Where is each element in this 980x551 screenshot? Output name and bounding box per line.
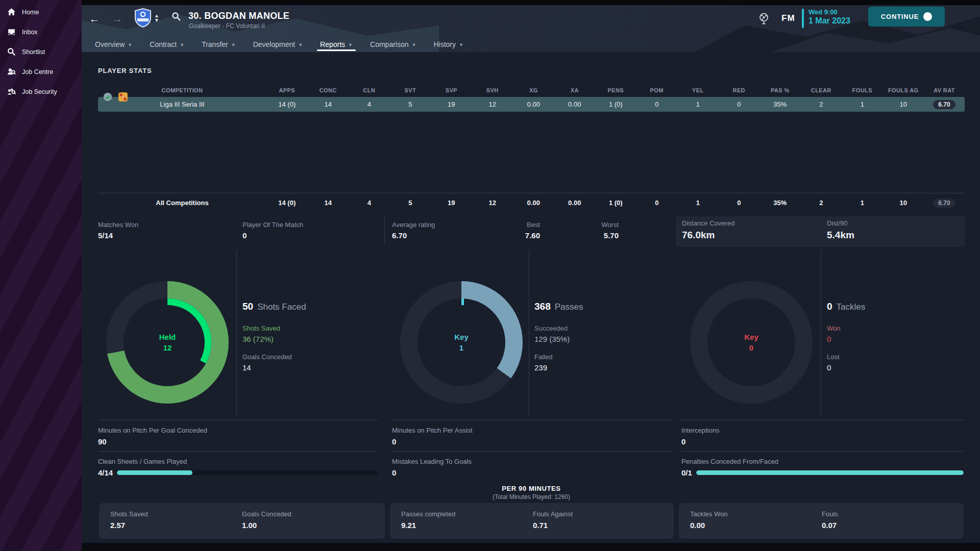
summary-band: Matches Won 5/14 Player Of The Match 0 A… <box>98 216 965 247</box>
column-header[interactable]: PENS <box>595 87 636 93</box>
competition-row[interactable]: Liga III Seria III 14 (0) 14 4 5 19 12 0… <box>98 97 965 112</box>
tab-comparison[interactable]: Comparison▼ <box>369 37 417 52</box>
bottom-strip <box>82 543 980 551</box>
back-arrow-button[interactable]: ← <box>87 11 102 27</box>
stat-cell: 2 <box>801 199 842 207</box>
column-header[interactable]: POM <box>636 87 678 93</box>
section-divider <box>529 250 529 416</box>
chevron-down-icon: ▼ <box>231 42 236 47</box>
job-security-icon <box>7 87 16 96</box>
tab-development[interactable]: Development▼ <box>252 37 304 52</box>
stat-cell: 2 <box>801 101 842 108</box>
stat-cell: 35% <box>760 101 801 108</box>
column-header[interactable]: CONC <box>308 87 349 93</box>
donut-center-text: Key 0 <box>744 332 758 353</box>
distance-panel: Distance Covered 76.0km Dist/90 5.4km <box>676 216 965 247</box>
continue-button[interactable]: CONTINUE ❯ <box>868 7 945 27</box>
column-header[interactable]: FOULS <box>842 87 883 93</box>
stat-cell: 1 <box>842 199 883 207</box>
stat-cell: 10 <box>883 199 924 207</box>
column-header[interactable]: RED <box>719 87 760 93</box>
stat-cell: 0.00 <box>554 101 596 108</box>
chevron-down-icon: ▼ <box>459 42 463 47</box>
per90-panel-saves: Shots Saved2.57 Goals Conceded1.00 <box>99 503 385 539</box>
tackles-stats: 0Tackles Won0 Lost0 <box>827 301 865 382</box>
stat-cell: 1 <box>677 101 719 108</box>
penalties-progress-bar <box>696 470 964 475</box>
stat-cell: 5 <box>390 199 431 207</box>
sidebar-item-shortlist[interactable]: Shortlist <box>0 42 82 62</box>
section-divider <box>821 250 821 416</box>
column-header[interactable]: AV RAT <box>924 87 965 93</box>
stat-cell: 35% <box>760 199 801 207</box>
forward-arrow-button[interactable]: → <box>110 11 125 27</box>
page-title: 30. BOGDAN MANOLE <box>188 11 289 21</box>
average-rating-badge: 6.70 <box>933 198 955 208</box>
column-header[interactable]: FOULS AG <box>883 87 924 93</box>
summary-distance-covered: Distance Covered 76.0km <box>682 219 734 241</box>
clean-sheets-games-played: Clean Sheets / Games Played 4/14 <box>98 451 378 477</box>
column-header[interactable]: XA <box>554 87 596 93</box>
mins-per-assist: Minutes on Pitch Per Assist 0 <box>392 420 673 446</box>
tab-reports[interactable]: Reports▼ <box>319 37 354 52</box>
passes-stats: 368Passes Succeeded129 (35%) Failed239 <box>534 301 583 382</box>
stat-cell: 12 <box>472 199 513 207</box>
column-header[interactable]: YEL <box>677 87 719 93</box>
sidebar-item-inbox[interactable]: Inbox <box>0 22 82 42</box>
continue-arrow-icon: ❯ <box>923 12 932 21</box>
search-icon[interactable] <box>172 12 181 23</box>
competition-name: Liga III Seria III <box>98 101 266 108</box>
shortlist-icon <box>7 47 16 56</box>
column-header[interactable]: XG <box>513 87 554 93</box>
stat-cell: 0 <box>719 199 760 207</box>
sidebar-item-job-security[interactable]: Job Security <box>0 82 82 102</box>
column-header[interactable]: CLEAR <box>801 87 842 93</box>
mins-per-goal-conceded: Minutes on Pitch Per Goal Conceded 90 <box>98 420 378 446</box>
column-header[interactable]: SVT <box>390 87 431 93</box>
tab-history[interactable]: History▼ <box>432 37 464 52</box>
column-header[interactable]: SVP <box>431 87 472 93</box>
top-strip <box>82 0 980 5</box>
inbox-icon <box>7 28 16 36</box>
tab-transfer[interactable]: Transfer▼ <box>201 37 237 52</box>
fm-player-stats-screen: Home Inbox Shortlist Job Centre Job Secu… <box>0 0 980 551</box>
globe-icon[interactable] <box>759 13 769 27</box>
chevron-down-icon: ▼ <box>412 42 416 47</box>
stats-table-header: COMPETITION APPS CONC CLN SVT SVP SVH XG… <box>98 86 965 94</box>
stat-cell: 14 <box>308 199 349 207</box>
stat-cell: 0.00 <box>513 101 554 108</box>
job-centre-icon <box>7 67 16 76</box>
summary-best: Best 7.60 <box>448 221 540 240</box>
game-date: 1 Mar 2023 <box>808 16 850 26</box>
per90-subtitle: (Total Minutes Played: 1260) <box>98 493 965 500</box>
tab-contract[interactable]: Contract▼ <box>149 37 185 52</box>
sidebar-item-label: Inbox <box>22 29 38 36</box>
passes-chart-section: Key 1 368Passes Succeeded129 (35%) Faile… <box>388 250 679 416</box>
player-role-club: Goalkeeper - FC Voluntari II <box>189 22 265 30</box>
stat-cell: 14 <box>308 101 349 108</box>
header-right: FM Wed 9:00 1 Mar 2023 CONTINUE ❯ <box>768 5 972 35</box>
column-header[interactable]: PAS % <box>760 87 801 93</box>
tab-overview[interactable]: Overview▼ <box>94 37 133 52</box>
total-label: All Competitions <box>98 199 266 207</box>
charts-row: Held 12 50Shots Faced Shots Saved36 (72%… <box>98 250 965 416</box>
chevron-down-icon: ▼ <box>128 42 132 47</box>
average-rating-badge: 6.70 <box>933 100 955 109</box>
per90-panel-passing: Passes completed9.21 Fouls Against0.71 <box>390 503 674 539</box>
stat-cell: 14 (0) <box>266 101 308 108</box>
sidebar-item-job-centre[interactable]: Job Centre <box>0 62 82 82</box>
stat-cell: 14 (0) <box>266 199 308 207</box>
column-header[interactable]: SVH <box>472 87 513 93</box>
stat-cell: 0 <box>636 199 678 207</box>
sidebar-item-home[interactable]: Home <box>0 2 82 22</box>
column-header[interactable]: APPS <box>266 87 308 93</box>
passes-donut-chart: Key 1 <box>400 281 523 404</box>
chevron-down-icon: ▼ <box>298 42 303 47</box>
all-competitions-row: All Competitions 14 (0) 14 4 5 19 12 0.0… <box>98 193 965 212</box>
fm-logo[interactable]: FM <box>781 13 795 23</box>
game-time: Wed 9:00 <box>808 8 838 16</box>
column-header[interactable]: CLN <box>349 87 390 93</box>
sidebar-item-label: Job Centre <box>22 68 53 76</box>
club-badge-selector[interactable]: ▲▼ <box>134 8 159 28</box>
stat-cell: 4 <box>349 101 390 108</box>
